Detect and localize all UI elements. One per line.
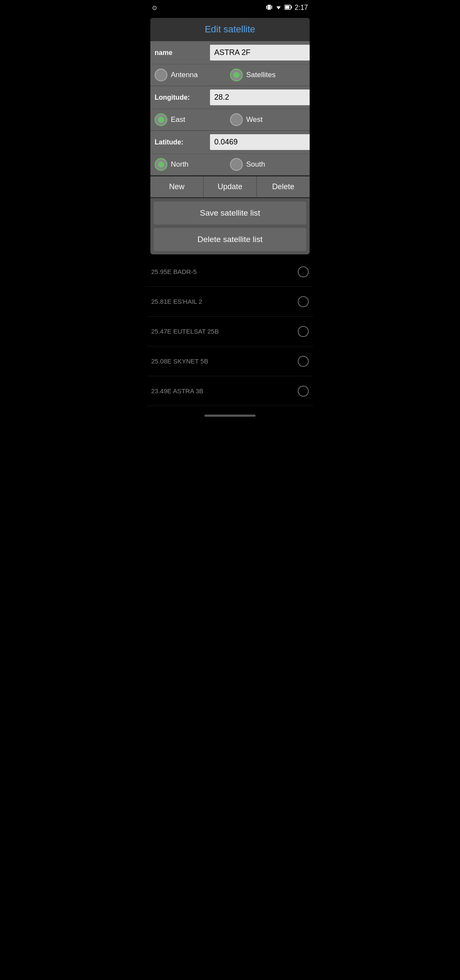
- svg-rect-5: [291, 6, 292, 8]
- satellites-radio-circle[interactable]: [230, 69, 243, 81]
- name-input[interactable]: [210, 45, 310, 61]
- east-radio-item[interactable]: East: [155, 113, 230, 126]
- antenna-satellites-row: Antenna Satellites: [150, 64, 310, 86]
- longitude-section: Longitude: East West: [150, 86, 310, 131]
- name-section: name Antenna Satellites: [150, 41, 310, 86]
- svg-rect-2: [271, 6, 272, 9]
- action-buttons-row: New Update Delete: [150, 176, 310, 198]
- north-radio-dot: [158, 161, 164, 167]
- south-radio-item[interactable]: South: [230, 158, 305, 171]
- satellite-name: 25.47E EUTELSAT 25B: [151, 328, 219, 335]
- east-radio-circle[interactable]: [155, 113, 167, 126]
- latitude-row: Latitude:: [150, 131, 310, 153]
- antenna-radio-item[interactable]: Antenna: [155, 69, 230, 81]
- latitude-input[interactable]: [210, 134, 310, 150]
- edit-satellite-dialog: Edit satellite name Antenna Satellites: [150, 18, 310, 254]
- west-radio-circle[interactable]: [230, 113, 243, 126]
- svg-rect-1: [266, 6, 267, 9]
- satellites-label: Satellites: [246, 71, 276, 79]
- satellite-select-radio[interactable]: [298, 356, 309, 367]
- delete-satellite-list-button[interactable]: Delete satellite list: [154, 228, 306, 251]
- north-label: North: [171, 160, 189, 169]
- satellite-select-radio[interactable]: [298, 386, 309, 397]
- svg-rect-0: [267, 5, 271, 10]
- satellite-name: 25.81E ES'HAIL 2: [151, 298, 202, 305]
- status-right: 2:17: [266, 4, 308, 12]
- list-item[interactable]: 25.08E SKYNET 5B: [147, 346, 313, 376]
- west-label: West: [246, 115, 262, 124]
- new-button[interactable]: New: [150, 176, 204, 197]
- latitude-section: Latitude: North South: [150, 131, 310, 176]
- north-south-row: North South: [150, 153, 310, 175]
- antenna-label: Antenna: [171, 71, 198, 79]
- list-item[interactable]: 23.49E ASTRA 3B: [147, 376, 313, 406]
- east-radio-dot: [158, 117, 164, 123]
- satellite-name: 23.49E ASTRA 3B: [151, 387, 204, 395]
- east-label: East: [171, 115, 185, 124]
- satellites-radio-item[interactable]: Satellites: [230, 69, 305, 81]
- list-item[interactable]: 25.81E ES'HAIL 2: [147, 287, 313, 317]
- latitude-label: Latitude:: [155, 138, 210, 146]
- clock: 2:17: [295, 4, 308, 12]
- svg-marker-3: [276, 6, 281, 9]
- south-label: South: [246, 160, 265, 169]
- home-bar: [204, 415, 256, 417]
- name-label: name: [155, 49, 210, 57]
- longitude-label: Longitude:: [155, 94, 210, 101]
- home-indicator: [147, 409, 313, 421]
- satellite-list: 25.95E BADR-5 25.81E ES'HAIL 2 25.47E EU…: [147, 257, 313, 406]
- save-satellite-list-button[interactable]: Save satellite list: [154, 202, 306, 225]
- north-radio-item[interactable]: North: [155, 158, 230, 171]
- satellites-radio-dot: [233, 72, 239, 78]
- status-bar: ⊙ 2:17: [147, 0, 313, 15]
- satellite-select-radio[interactable]: [298, 266, 309, 277]
- satellite-name: 25.08E SKYNET 5B: [151, 357, 208, 365]
- longitude-row: Longitude:: [150, 86, 310, 109]
- notification-icon: ⊙: [152, 4, 157, 11]
- antenna-radio-circle[interactable]: [155, 69, 167, 81]
- svg-rect-6: [285, 6, 289, 9]
- north-radio-circle[interactable]: [155, 158, 167, 171]
- wifi-icon: [275, 4, 282, 12]
- update-button[interactable]: Update: [204, 176, 257, 197]
- list-item[interactable]: 25.95E BADR-5: [147, 257, 313, 287]
- vibrate-icon: [266, 4, 273, 12]
- list-item[interactable]: 25.47E EUTELSAT 25B: [147, 317, 313, 346]
- longitude-input[interactable]: [210, 89, 310, 105]
- status-left: ⊙: [152, 4, 157, 11]
- satellite-select-radio[interactable]: [298, 326, 309, 337]
- west-radio-item[interactable]: West: [230, 113, 305, 126]
- east-west-row: East West: [150, 109, 310, 130]
- satellite-select-radio[interactable]: [298, 296, 309, 307]
- delete-button[interactable]: Delete: [257, 176, 310, 197]
- satellite-name: 25.95E BADR-5: [151, 268, 197, 275]
- name-row: name: [150, 41, 310, 64]
- dialog-title: Edit satellite: [150, 18, 310, 41]
- battery-icon: [285, 4, 292, 12]
- south-radio-circle[interactable]: [230, 158, 243, 171]
